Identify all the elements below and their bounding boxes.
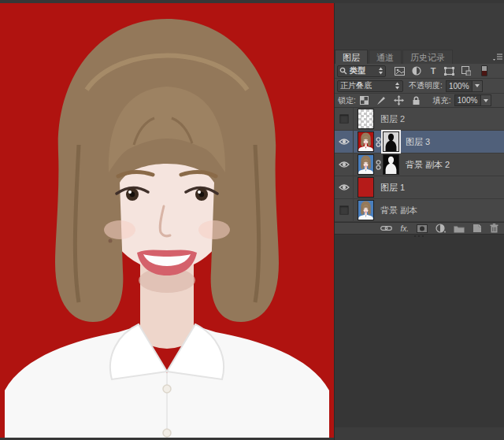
layer-row-layer-1[interactable]: 图层 1 [335, 176, 504, 199]
fill-label: 填充: [433, 95, 451, 106]
layer-name[interactable]: 图层 3 [406, 136, 430, 148]
filter-kind-label: 类型 [350, 65, 378, 76]
layer-row-layer-3[interactable]: 图层 3 [335, 131, 504, 153]
blend-mode-value: 正片叠底 [340, 80, 395, 91]
new-layer-icon[interactable] [472, 223, 482, 234]
eye-icon [339, 138, 350, 146]
layer-row-background-copy[interactable]: 背景 副本 [335, 199, 504, 222]
svg-text:T: T [430, 66, 435, 76]
layer-thumbnail-portrait-red[interactable] [358, 131, 374, 152]
photoshop-window: 图层 通道 历史记录 类型 [0, 0, 504, 440]
link-layers-icon[interactable] [380, 223, 392, 234]
panel-empty-area [335, 235, 504, 427]
layer-name[interactable]: 图层 1 [380, 182, 405, 194]
eye-icon [339, 161, 350, 168]
layer-thumbnail-portrait-blue[interactable] [358, 154, 374, 175]
panel-resize-gripper[interactable] [414, 235, 425, 237]
blend-row: 正片叠底 不透明度: 100% [335, 79, 504, 94]
layer-row-background-copy-2[interactable]: 背景 副本 2 [335, 153, 504, 176]
fill-dropdown-button[interactable] [481, 94, 491, 106]
panel-menu-icon[interactable] [491, 52, 504, 61]
visibility-toggle[interactable] [335, 108, 354, 131]
visibility-off-box[interactable] [339, 205, 349, 215]
stepper-icon [395, 79, 400, 93]
visibility-toggle[interactable] [335, 153, 354, 176]
right-panel-area: 图层 通道 历史记录 类型 [334, 3, 504, 440]
layers-list: 图层 2 [335, 108, 504, 222]
lock-row: 锁定: [335, 94, 504, 108]
layer-row-layer-2[interactable]: 图层 2 [335, 108, 504, 131]
mask-link-icon[interactable] [375, 137, 382, 147]
new-group-icon[interactable] [454, 223, 465, 234]
opacity-value[interactable]: 100% [446, 80, 472, 92]
search-icon [339, 64, 347, 78]
pixel-layer-filter-icon[interactable] [394, 65, 406, 76]
lock-label: 锁定: [338, 95, 356, 106]
filter-on-off-toggle[interactable] [481, 65, 487, 76]
layer-thumbnail-transparent[interactable] [358, 109, 374, 129]
mask-link-icon[interactable] [375, 160, 382, 170]
fill-field[interactable]: 100% [454, 94, 491, 106]
opacity-label: 不透明度: [409, 80, 443, 91]
visibility-toggle[interactable] [335, 176, 354, 199]
layer-thumbnail-solid-red[interactable] [358, 177, 374, 198]
visibility-off-box[interactable] [339, 114, 349, 124]
tab-layers[interactable]: 图层 [335, 50, 368, 64]
filter-kind-dropdown[interactable]: 类型 [337, 65, 386, 77]
layers-panel-footer: fx. [335, 222, 504, 235]
smart-object-filter-icon[interactable] [460, 65, 472, 76]
adjustment-layer-icon[interactable] [435, 223, 446, 234]
delete-layer-icon[interactable] [490, 223, 498, 234]
adjustment-filter-icon[interactable] [410, 65, 422, 76]
layers-panel: 图层 通道 历史记录 类型 [335, 49, 504, 427]
visibility-toggle[interactable] [335, 199, 354, 222]
layer-name[interactable]: 背景 副本 2 [406, 159, 450, 171]
add-mask-icon[interactable] [417, 223, 428, 234]
layer-name[interactable]: 图层 2 [380, 113, 405, 125]
layer-filter-row: 类型 T [335, 64, 504, 79]
opacity-dropdown-button[interactable] [472, 80, 483, 92]
fx-icon[interactable]: fx. [400, 223, 409, 234]
stepper-icon [378, 64, 384, 78]
canvas-photo[interactable] [0, 3, 334, 438]
lock-pixels-brush-icon[interactable] [376, 95, 387, 106]
shape-filter-icon[interactable] [443, 65, 455, 76]
layer-thumbnail-portrait-blue[interactable] [358, 200, 374, 220]
layer-mask-thumbnail[interactable] [383, 154, 399, 175]
fill-value[interactable]: 100% [454, 94, 481, 106]
panel-tabs: 图层 通道 历史记录 [335, 49, 504, 64]
layer-mask-thumbnail[interactable] [383, 131, 399, 152]
lock-transparency-icon[interactable] [358, 95, 370, 106]
tab-channels[interactable]: 通道 [369, 50, 402, 64]
visibility-toggle[interactable] [335, 131, 354, 153]
layer-name[interactable]: 背景 副本 [380, 205, 417, 216]
blend-mode-dropdown[interactable]: 正片叠底 [337, 80, 403, 92]
lock-all-icon[interactable] [410, 95, 422, 106]
tab-history[interactable]: 历史记录 [402, 50, 453, 64]
lock-position-icon[interactable] [393, 95, 405, 106]
eye-icon [339, 183, 350, 191]
type-filter-icon[interactable]: T [427, 65, 439, 76]
opacity-field[interactable]: 100% [446, 80, 483, 92]
